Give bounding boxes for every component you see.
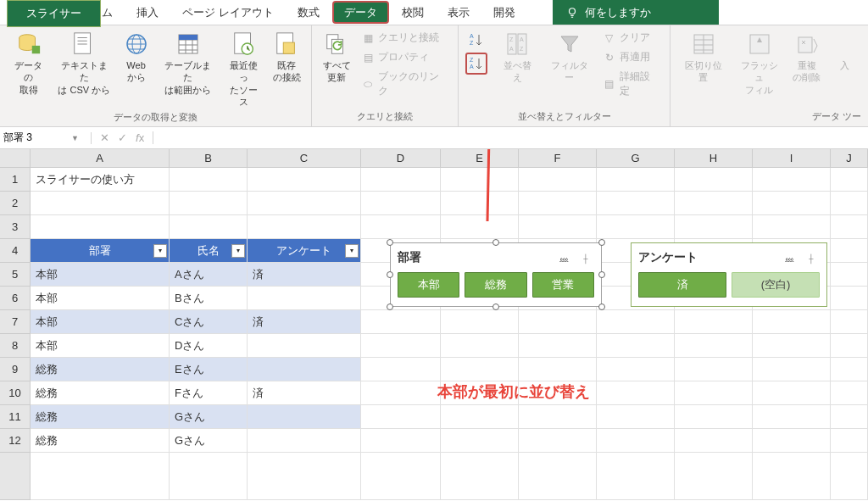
- from-table-button[interactable]: テーブルまた は範囲から: [158, 29, 220, 97]
- row-header[interactable]: 11: [0, 405, 31, 429]
- cell[interactable]: [675, 381, 753, 405]
- slicer-item[interactable]: 本部: [398, 272, 459, 298]
- cell[interactable]: Gさん: [170, 429, 248, 453]
- name-box-input[interactable]: [3, 132, 71, 144]
- filter-dropdown-icon[interactable]: ▾: [153, 244, 167, 258]
- cell[interactable]: [753, 168, 831, 192]
- cell[interactable]: Gさん: [170, 405, 248, 429]
- col-header-B[interactable]: B: [170, 149, 248, 168]
- cell[interactable]: [248, 192, 361, 215]
- col-header-E[interactable]: E: [441, 149, 519, 168]
- cancel-icon[interactable]: ✕: [100, 131, 109, 144]
- cell[interactable]: [831, 168, 868, 192]
- tab-formulas[interactable]: 数式: [286, 0, 331, 25]
- slicer-item[interactable]: 営業: [532, 272, 594, 298]
- tab-review[interactable]: 校閲: [390, 0, 436, 25]
- cell[interactable]: [675, 192, 753, 215]
- cell[interactable]: [361, 192, 441, 215]
- cell[interactable]: [675, 405, 753, 429]
- cell[interactable]: [831, 381, 868, 405]
- refresh-all-button[interactable]: すべて 更新: [319, 29, 354, 86]
- cell[interactable]: [441, 310, 519, 334]
- select-all-corner[interactable]: [0, 149, 31, 168]
- filter-dropdown-icon[interactable]: ▾: [231, 244, 245, 258]
- filter-button[interactable]: フィルター: [543, 29, 596, 86]
- cell[interactable]: [519, 215, 597, 239]
- cell[interactable]: [831, 429, 868, 453]
- cell[interactable]: [361, 429, 441, 453]
- properties-button[interactable]: ▤プロパティ: [358, 48, 451, 66]
- existing-conn-button[interactable]: 既存 の接続: [269, 29, 304, 86]
- tab-pagelayout[interactable]: ページ レイアウト: [170, 0, 286, 25]
- cell[interactable]: [519, 358, 597, 381]
- cell[interactable]: [753, 358, 831, 381]
- table-header[interactable]: 部署▾: [31, 239, 170, 263]
- cell[interactable]: [31, 192, 170, 215]
- cell[interactable]: [675, 429, 753, 453]
- cell[interactable]: [753, 310, 831, 334]
- cell[interactable]: [248, 453, 361, 500]
- cell[interactable]: [361, 453, 441, 500]
- col-header-D[interactable]: D: [361, 149, 441, 168]
- col-header-G[interactable]: G: [597, 149, 675, 168]
- slicer-item[interactable]: 総務: [465, 272, 526, 298]
- cell[interactable]: [248, 358, 361, 381]
- tab-insert[interactable]: 挿入: [125, 0, 170, 25]
- cell[interactable]: [831, 192, 868, 215]
- tell-me-box[interactable]: 何をしますか: [553, 0, 719, 25]
- cell[interactable]: [31, 215, 170, 239]
- cells-area[interactable]: スライサーの使い方 部署▾ 氏名▾ アンケート▾ 本部Aさん済 本部Bさん 本部…: [31, 168, 868, 500]
- cell[interactable]: 本部: [31, 310, 170, 334]
- flash-fill-button[interactable]: フラッシュ フィル: [733, 29, 786, 97]
- cell[interactable]: [831, 334, 868, 358]
- row-header[interactable]: 1: [0, 168, 31, 192]
- cell[interactable]: [597, 168, 675, 192]
- cell[interactable]: [831, 310, 868, 334]
- cell[interactable]: [519, 192, 597, 215]
- cell[interactable]: 本部: [31, 334, 170, 358]
- cell[interactable]: [170, 192, 248, 215]
- cell[interactable]: [248, 215, 361, 239]
- cell[interactable]: [441, 192, 519, 215]
- cell[interactable]: [753, 405, 831, 429]
- cell[interactable]: スライサーの使い方: [31, 168, 170, 192]
- advanced-filter-button[interactable]: ▤詳細設定: [599, 68, 663, 100]
- text-to-columns-button[interactable]: 区切り位置: [677, 29, 730, 86]
- col-header-C[interactable]: C: [248, 149, 361, 168]
- cell[interactable]: [361, 381, 441, 405]
- cell[interactable]: [753, 334, 831, 358]
- cell[interactable]: [753, 381, 831, 405]
- cell[interactable]: 本部: [31, 263, 170, 287]
- name-box[interactable]: ▼: [0, 132, 92, 144]
- cell[interactable]: Aさん: [170, 263, 248, 287]
- cell[interactable]: Bさん: [170, 287, 248, 310]
- name-box-dropdown-icon[interactable]: ▼: [71, 134, 79, 142]
- cell[interactable]: [170, 453, 248, 500]
- multi-select-icon[interactable]: ⅏: [555, 250, 572, 265]
- data-in-button[interactable]: 入: [828, 29, 861, 73]
- tab-data[interactable]: データ: [332, 1, 389, 24]
- cell[interactable]: [361, 310, 441, 334]
- slicer-item[interactable]: (空白): [732, 272, 820, 298]
- cell[interactable]: 済: [248, 310, 361, 334]
- cell[interactable]: [597, 192, 675, 215]
- cell[interactable]: [248, 334, 361, 358]
- cell[interactable]: [597, 405, 675, 429]
- cell[interactable]: [675, 215, 753, 239]
- row-header[interactable]: 9: [0, 358, 31, 381]
- cell[interactable]: [361, 334, 441, 358]
- cell[interactable]: Fさん: [170, 381, 248, 405]
- cell[interactable]: [597, 429, 675, 453]
- edit-links-button[interactable]: ⬭ブックのリンク: [358, 68, 451, 100]
- row-header[interactable]: 2: [0, 192, 31, 215]
- cell[interactable]: [441, 358, 519, 381]
- cell[interactable]: [597, 381, 675, 405]
- cell[interactable]: [831, 215, 868, 239]
- slicer-item[interactable]: 済: [638, 272, 726, 298]
- cell[interactable]: [831, 263, 868, 287]
- row-header[interactable]: 7: [0, 310, 31, 334]
- cell[interactable]: [248, 287, 361, 310]
- cell[interactable]: [675, 310, 753, 334]
- col-header-A[interactable]: A: [31, 149, 170, 168]
- filter-dropdown-icon[interactable]: ▾: [345, 244, 359, 258]
